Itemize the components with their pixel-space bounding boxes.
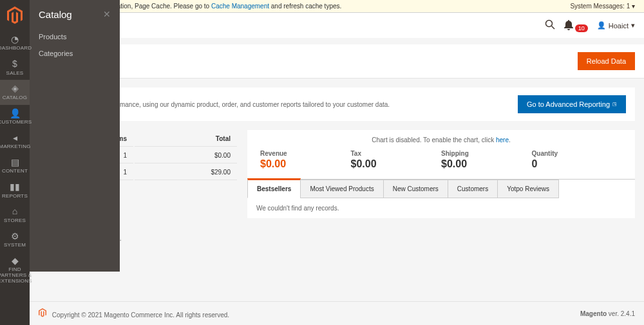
- chevron-down-icon: ▾: [631, 21, 635, 30]
- notifications-bell[interactable]: 10: [564, 20, 588, 32]
- col-total: Total: [135, 131, 237, 147]
- sidebar-label: CATALOG: [3, 95, 27, 101]
- external-link-icon: ◳: [612, 102, 617, 107]
- chart-disabled-notice: Chart is disabled. To enable the chart, …: [247, 130, 635, 150]
- adv-btn-label: Go to Advanced Reporting: [527, 100, 610, 108]
- svg-line-1: [551, 26, 554, 30]
- flyout-title: Catalog: [39, 9, 111, 20]
- catalog-flyout: Catalog ✕ Products Categories: [30, 0, 120, 272]
- sidebar-item-partners[interactable]: ◆ FIND PARTNERS & EXTENSIONS: [0, 252, 30, 288]
- stat-value: $0.00: [260, 158, 351, 170]
- stat-label: Shipping: [441, 150, 532, 157]
- sidebar-label: SYSTEM: [4, 243, 26, 248]
- megaphone-icon: ◂: [13, 133, 17, 143]
- sidebar-label: CONTENT: [2, 169, 28, 174]
- bell-icon: [564, 20, 573, 30]
- sidebar-item-system[interactable]: ⚙ SYSTEM: [0, 228, 30, 252]
- dashboard: Items Total 1 $0.00 1 $29.00: [39, 130, 635, 218]
- svg-point-0: [545, 21, 552, 27]
- footer: Copyright © 2021 Magento Commerce Inc. A…: [30, 301, 644, 325]
- reports-icon: ▮▮: [10, 182, 20, 192]
- sidebar-item-customers[interactable]: 👤 CUSTOMERS: [0, 105, 30, 129]
- partners-icon: ◆: [12, 256, 19, 266]
- stat-value: $0.00: [351, 158, 442, 170]
- main-content: es are invalidated: Configuration, Page …: [30, 0, 644, 325]
- sidebar-item-marketing[interactable]: ◂ MARKETING: [0, 129, 30, 154]
- sidebar-item-stores[interactable]: ⌂ STORES: [0, 203, 30, 227]
- cell-total: $0.00: [135, 148, 237, 163]
- dashboard-right: Chart is disabled. To enable the chart, …: [247, 130, 635, 218]
- tab-customers[interactable]: Customers: [448, 180, 498, 198]
- tab-bestsellers[interactable]: Bestsellers: [247, 178, 301, 198]
- notification-count-badge: 10: [575, 24, 588, 32]
- flyout-item-products[interactable]: Products: [39, 33, 111, 41]
- stores-icon: ⌂: [12, 207, 17, 216]
- stat-shipping: Shipping $0.00: [441, 150, 532, 170]
- customers-icon: 👤: [10, 109, 21, 118]
- system-messages-bar: es are invalidated: Configuration, Page …: [30, 0, 644, 13]
- chevron-down-icon: ▾: [632, 3, 635, 10]
- stat-revenue: Revenue $0.00: [260, 150, 351, 170]
- main-sidebar: ◔ DASHBOARD $ SALES ◈ CATALOG 👤 CUSTOMER…: [0, 0, 30, 325]
- close-icon[interactable]: ✕: [103, 9, 111, 19]
- sidebar-label: CUSTOMERS: [0, 120, 32, 125]
- stat-label: Tax: [351, 150, 442, 157]
- footer-copyright: Copyright © 2021 Magento Commerce Inc. A…: [39, 308, 229, 319]
- sidebar-label: SALES: [6, 71, 24, 77]
- advanced-reporting-button[interactable]: Go to Advanced Reporting ◳: [518, 95, 626, 113]
- dollar-icon: $: [12, 59, 17, 69]
- product-name: Magento: [580, 310, 607, 317]
- sidebar-item-sales[interactable]: $ SALES: [0, 55, 30, 80]
- reload-row: Reload Data: [30, 44, 644, 79]
- sidebar-label: DASHBOARD: [0, 46, 32, 51]
- chart-disabled-text: Chart is disabled. To enable the chart, …: [372, 136, 496, 144]
- sidebar-label: STORES: [4, 218, 26, 224]
- reload-data-button[interactable]: Reload Data: [578, 52, 635, 70]
- user-icon: 👤: [597, 21, 606, 30]
- version-text: ver. 2.4.1: [607, 310, 635, 317]
- enable-chart-link[interactable]: here: [496, 136, 509, 144]
- copyright-text: Copyright © 2021 Magento Commerce Inc. A…: [52, 311, 229, 319]
- stat-value: 0: [532, 158, 623, 170]
- stat-tax: Tax $0.00: [351, 150, 442, 170]
- top-search-terms: Top Search Terms We couldn't find any re…: [39, 227, 644, 242]
- flyout-item-categories[interactable]: Categories: [39, 50, 111, 57]
- footer-version: Magento ver. 2.4.1: [580, 310, 635, 317]
- sidebar-label: REPORTS: [2, 194, 28, 200]
- advanced-reporting-row: d of your business' performance, using o…: [39, 88, 635, 121]
- stats-row: Revenue $0.00 Tax $0.00 Shipping $0.00 Q…: [247, 150, 635, 179]
- stat-value: $0.00: [441, 158, 532, 170]
- dashboard-tabs: Bestsellers Most Viewed Products New Cus…: [247, 179, 635, 198]
- magento-logo-icon[interactable]: [3, 4, 26, 27]
- magento-mark-icon: [39, 311, 48, 319]
- sidebar-label: FIND PARTNERS & EXTENSIONS: [0, 267, 32, 284]
- user-menu[interactable]: 👤 Hoaict ▾: [597, 21, 635, 30]
- stat-label: Revenue: [260, 150, 351, 157]
- sidebar-item-content[interactable]: ▤ CONTENT: [0, 154, 30, 178]
- page-header: 10 👤 Hoaict ▾: [30, 13, 644, 38]
- cell-total: $29.00: [135, 165, 237, 180]
- gear-icon: ⚙: [11, 232, 19, 241]
- sidebar-item-dashboard[interactable]: ◔ DASHBOARD: [0, 31, 30, 55]
- tab-most-viewed[interactable]: Most Viewed Products: [300, 180, 383, 198]
- tab-content-empty: We couldn't find any records.: [247, 198, 635, 218]
- user-name: Hoaict: [609, 22, 629, 30]
- sysmsg-count: System Messages: 1: [570, 3, 630, 10]
- tab-yotpo[interactable]: Yotpo Reviews: [497, 180, 559, 198]
- sidebar-label: MARKETING: [0, 144, 31, 150]
- cache-management-link[interactable]: Cache Management: [211, 3, 269, 10]
- system-messages-dropdown[interactable]: System Messages: 1 ▾: [570, 3, 635, 10]
- dashboard-icon: ◔: [11, 35, 19, 44]
- search-terms-empty: We couldn't find any records.: [39, 235, 644, 242]
- content-icon: ▤: [11, 158, 19, 167]
- search-terms-title: Top Search Terms: [39, 227, 644, 235]
- stat-label: Quantity: [532, 150, 623, 157]
- catalog-icon: ◈: [12, 84, 19, 93]
- sidebar-item-catalog[interactable]: ◈ CATALOG: [0, 80, 30, 104]
- tab-new-customers[interactable]: New Customers: [383, 180, 448, 198]
- stat-quantity: Quantity 0: [532, 150, 623, 170]
- sidebar-item-reports[interactable]: ▮▮ REPORTS: [0, 178, 30, 203]
- search-icon[interactable]: [545, 19, 555, 32]
- sysmsg-after: and refresh cache types.: [269, 3, 341, 10]
